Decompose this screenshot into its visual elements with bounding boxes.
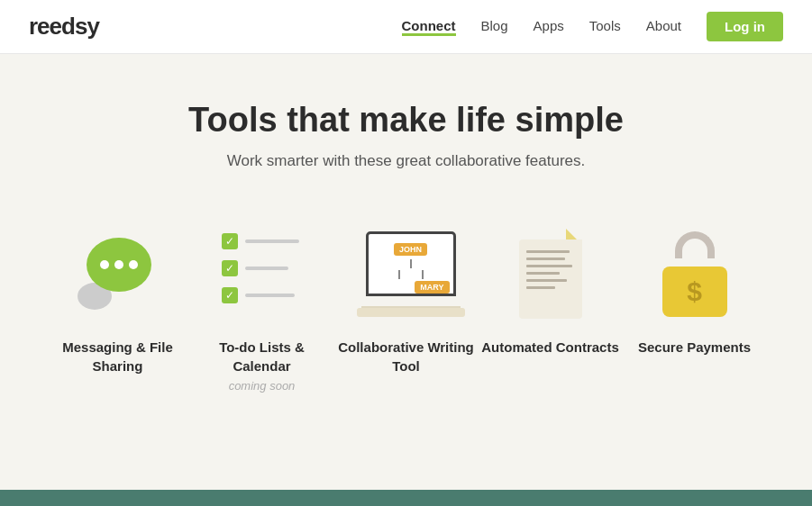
todo-subtitle: coming soon	[229, 379, 296, 393]
doc-line-4	[526, 272, 561, 275]
logo: reedsy	[29, 13, 99, 41]
dollar-icon: $	[687, 276, 702, 307]
doc-line-2	[526, 258, 565, 260]
doc-line-3	[526, 265, 572, 267]
nav-links: Connect Blog Apps Tools About Log in	[402, 12, 783, 41]
nav-tools[interactable]: Tools	[589, 18, 621, 35]
nav-blog[interactable]: Blog	[481, 18, 508, 35]
doc-body	[519, 239, 582, 319]
branch-line-right	[422, 270, 424, 279]
nav-about[interactable]: About	[646, 18, 681, 35]
contracts-icon-container	[501, 224, 600, 323]
tree-vert-1	[410, 259, 412, 268]
nav-apps[interactable]: Apps	[534, 18, 564, 35]
checklist-icon: ✓ ✓ ✓	[222, 233, 303, 314]
check-mark-1: ✓	[225, 236, 234, 247]
laptop-icon: JOHN MARY	[357, 231, 456, 317]
dot-1	[100, 260, 109, 269]
todo-icon-container: ✓ ✓ ✓	[213, 224, 312, 323]
check-row-3: ✓	[222, 287, 303, 303]
payments-icon-container: $	[645, 224, 744, 323]
todo-title: To-do Lists & Calendar	[190, 338, 334, 375]
doc-line-6	[526, 286, 555, 289]
dot-3	[129, 260, 138, 269]
bubble-main	[87, 238, 151, 292]
footer-bar	[0, 490, 812, 506]
doc-line-5	[526, 279, 568, 282]
nav-connect[interactable]: Connect	[402, 18, 456, 36]
tag-john: JOHN	[394, 243, 427, 256]
check-box-2: ✓	[222, 260, 238, 276]
collab-icon-container: JOHN MARY	[357, 224, 456, 323]
check-mark-2: ✓	[225, 263, 234, 274]
hero-title: Tools that make life simple	[18, 101, 794, 140]
lock-body: $	[662, 267, 727, 317]
feature-payments: $ Secure Payments	[623, 224, 767, 357]
check-mark-3: ✓	[225, 290, 234, 301]
navbar: reedsy Connect Blog Apps Tools About Log…	[0, 0, 812, 54]
check-box-1: ✓	[222, 233, 238, 249]
tree-branch-left	[398, 270, 400, 279]
feature-contracts: Automated Contracts	[479, 224, 623, 357]
hero-subtitle: Work smarter with these great collaborat…	[18, 152, 794, 170]
check-row-1: ✓	[222, 233, 303, 249]
feature-collab: JOHN MARY	[334, 224, 479, 375]
check-line-2	[245, 267, 288, 270]
dot-2	[114, 260, 123, 269]
padlock-icon: $	[659, 231, 731, 317]
features-row: Messaging & File Sharing ✓ ✓ ✓ To-do Lis…	[0, 197, 812, 429]
tag-mary: MARY	[415, 281, 449, 294]
collab-title: Collaborative Writing Tool	[334, 338, 479, 375]
laptop-screen: JOHN MARY	[366, 231, 456, 296]
check-row-2: ✓	[222, 260, 303, 276]
hero-section: Tools that make life simple Work smarter…	[0, 54, 812, 197]
contracts-title: Automated Contracts	[481, 338, 619, 357]
check-line-3	[245, 294, 295, 297]
login-button[interactable]: Log in	[707, 12, 783, 41]
feature-messaging: Messaging & File Sharing	[46, 224, 190, 375]
laptop-keyboard	[357, 308, 465, 317]
payments-title: Secure Payments	[638, 338, 751, 357]
contract-icon	[515, 229, 587, 319]
doc-line-1	[526, 250, 570, 253]
messaging-icon-container	[68, 224, 168, 323]
messaging-title: Messaging & File Sharing	[46, 338, 190, 375]
check-line-1	[245, 239, 299, 243]
branch-line-left	[398, 270, 400, 279]
lock-shackle	[675, 231, 715, 258]
feature-todo: ✓ ✓ ✓ To-do Lists & Calendar coming soon	[190, 224, 334, 393]
check-box-3: ✓	[222, 287, 238, 303]
tree-branch-right	[422, 270, 424, 279]
messaging-icon	[78, 238, 159, 310]
screen-inner: JOHN MARY	[369, 234, 453, 296]
